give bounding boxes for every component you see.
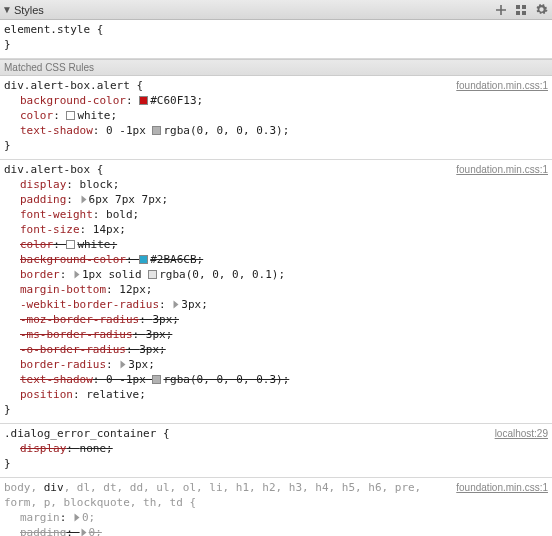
css-rule-block[interactable]: div.alert-box.alert {foundation.min.css:… [0, 76, 552, 160]
css-declaration[interactable]: padding: 6px 7px 7px; [20, 192, 548, 207]
disclosure-triangle-icon[interactable]: ▼ [2, 4, 12, 15]
css-declaration[interactable]: display: block; [20, 177, 548, 192]
close-brace: } [4, 138, 548, 153]
expand-triangle-icon[interactable] [121, 361, 126, 369]
selector[interactable]: .dialog_error_container { [4, 426, 487, 441]
svg-rect-0 [516, 5, 520, 9]
new-style-rule-icon[interactable] [494, 3, 508, 17]
panel-toolbar [494, 3, 548, 17]
source-link[interactable]: foundation.min.css:1 [456, 162, 548, 177]
selector[interactable]: div.alert-box { [4, 162, 448, 177]
selector[interactable]: body, div, dl, dt, dd, ul, ol, li, h1, h… [4, 480, 448, 510]
expand-triangle-icon[interactable] [81, 529, 86, 537]
css-declaration[interactable]: font-size: 14px; [20, 222, 548, 237]
css-declaration[interactable]: background-color: #C60F13; [20, 93, 548, 108]
expand-triangle-icon[interactable] [75, 271, 80, 279]
css-declaration[interactable]: margin-bottom: 12px; [20, 282, 548, 297]
svg-rect-1 [522, 5, 526, 9]
css-declaration[interactable]: position: relative; [20, 387, 548, 402]
close-brace: } [4, 456, 548, 471]
close-brace: } [4, 402, 548, 417]
selector-element-style[interactable]: element.style { [4, 22, 548, 37]
color-swatch-icon[interactable] [148, 270, 157, 279]
element-style-block[interactable]: element.style { } [0, 20, 552, 59]
expand-triangle-icon[interactable] [75, 514, 80, 522]
css-declaration[interactable]: text-shadow: 0 -1px rgba(0, 0, 0, 0.3); [20, 123, 548, 138]
css-declaration[interactable]: display: none; [20, 441, 548, 456]
css-declaration[interactable]: -webkit-border-radius: 3px; [20, 297, 548, 312]
source-link[interactable]: foundation.min.css:1 [456, 78, 548, 93]
styles-panel-header: ▼ Styles [0, 0, 552, 20]
css-declaration[interactable]: color: white; [20, 237, 548, 252]
css-declaration[interactable]: border: 1px solid rgba(0, 0, 0, 0.1); [20, 267, 548, 282]
css-rule-block[interactable]: body, div, dl, dt, dd, ul, ol, li, h1, h… [0, 478, 552, 536]
css-rule-block[interactable]: div.alert-box {foundation.min.css:1displ… [0, 160, 552, 424]
matched-rules-label: Matched CSS Rules [0, 59, 552, 76]
css-declaration[interactable]: color: white; [20, 108, 548, 123]
color-swatch-icon[interactable] [152, 375, 161, 384]
css-declaration[interactable]: background-color: #2BA6CB; [20, 252, 548, 267]
color-swatch-icon[interactable] [66, 111, 75, 120]
source-link[interactable]: foundation.min.css:1 [456, 480, 548, 495]
css-declaration[interactable]: border-radius: 3px; [20, 357, 548, 372]
css-rule-block[interactable]: .dialog_error_container {localhost:29dis… [0, 424, 552, 478]
css-declaration[interactable]: -o-border-radius: 3px; [20, 342, 548, 357]
color-swatch-icon[interactable] [152, 126, 161, 135]
css-declaration[interactable]: padding: 0; [20, 525, 548, 536]
color-swatch-icon[interactable] [66, 240, 75, 249]
close-brace: } [4, 37, 548, 52]
css-declaration[interactable]: font-weight: bold; [20, 207, 548, 222]
color-swatch-icon[interactable] [139, 255, 148, 264]
color-swatch-icon[interactable] [139, 96, 148, 105]
expand-triangle-icon[interactable] [81, 196, 86, 204]
expand-triangle-icon[interactable] [174, 301, 179, 309]
svg-rect-2 [516, 11, 520, 15]
css-declaration[interactable]: -ms-border-radius: 3px; [20, 327, 548, 342]
css-declaration[interactable]: text-shadow: 0 -1px rgba(0, 0, 0, 0.3); [20, 372, 548, 387]
panel-title: Styles [14, 4, 494, 16]
css-declaration[interactable]: -moz-border-radius: 3px; [20, 312, 548, 327]
settings-gear-icon[interactable] [534, 3, 548, 17]
svg-rect-3 [522, 11, 526, 15]
source-link[interactable]: localhost:29 [495, 426, 548, 441]
selector[interactable]: div.alert-box.alert { [4, 78, 448, 93]
toggle-element-state-icon[interactable] [514, 3, 528, 17]
css-declaration[interactable]: margin: 0; [20, 510, 548, 525]
